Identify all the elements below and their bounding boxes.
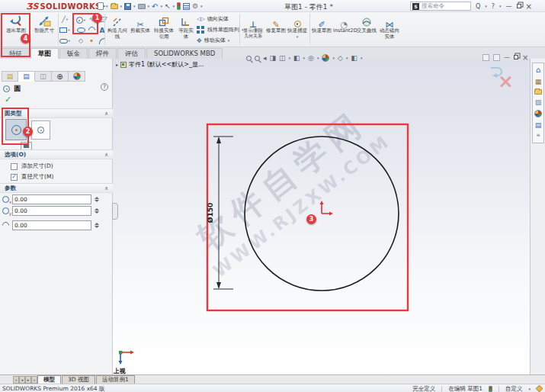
view-settings-icon[interactable]: ◧ (351, 54, 357, 62)
dynamic-mirror-button[interactable]: ⋈ 动态镜向实体 (378, 13, 401, 47)
previous-view-icon[interactable]: ◂ (263, 54, 267, 62)
zoom-to-fit-icon[interactable] (246, 56, 252, 61)
3d-views-tab[interactable]: 3D 视图 (62, 375, 95, 384)
instant2d-button[interactable]: ◔ Instant2D (333, 13, 355, 47)
search-magnifier-icon[interactable]: Q (476, 3, 480, 10)
minimize-button[interactable]: — (506, 3, 512, 10)
new-dropdown-icon[interactable]: ▾ (106, 4, 108, 8)
rectangle-tool[interactable]: ▾ (59, 25, 70, 35)
move-dropdown-icon[interactable]: ▾ (228, 38, 230, 43)
snaps-dropdown-icon[interactable]: ▾ (297, 34, 299, 39)
trim-entities-button[interactable]: ✂ 剪裁实体 (130, 13, 151, 47)
convert-entities-button[interactable]: 转换实体引用 (152, 13, 175, 47)
center-x-spinner[interactable] (95, 197, 99, 202)
rapid-sketch-button[interactable]: ✐ 快速草图 (312, 13, 332, 47)
prev-tab-icon[interactable]: ◂ (19, 376, 25, 384)
help-dropdown-icon[interactable]: ▾ (499, 4, 502, 8)
print-dropdown-icon[interactable]: ▾ (148, 4, 150, 8)
tab-scroll-left-icon[interactable] (482, 54, 489, 61)
line-tool[interactable]: ╱▾ (59, 14, 70, 24)
motion-study-tab[interactable]: 运动算例1 (96, 375, 135, 384)
linear-pattern-button[interactable]: 线性草图阵列 ▾ (197, 25, 244, 34)
quick-snaps-button[interactable]: 快速捕捉 ▾ (287, 13, 307, 47)
help-icon[interactable]: ? (492, 3, 495, 10)
new-document-icon[interactable] (98, 2, 104, 10)
tab-evaluate[interactable]: 评估 (117, 48, 146, 59)
dimension-value-label[interactable]: Ø150 (207, 198, 216, 228)
custom-properties-icon[interactable]: ▤ (535, 121, 542, 129)
orientation-dropdown-icon[interactable]: ▾ (289, 56, 291, 60)
center-x-input[interactable] (12, 194, 91, 204)
file-explorer-icon[interactable] (534, 89, 542, 95)
settings-gear-icon[interactable]: ⚙ (192, 2, 198, 10)
flyout-feature-tree[interactable]: ▸ 零件1 (默认<<默认>_显... (116, 60, 204, 69)
restore-button[interactable] (517, 4, 521, 8)
display-manager-tab[interactable] (69, 71, 85, 82)
close-button[interactable]: × (526, 2, 532, 11)
dimxpert-manager-tab[interactable]: ⊕ (52, 71, 69, 82)
feature-manager-tab[interactable]: ▤ (2, 71, 18, 82)
zoom-to-area-icon[interactable] (255, 56, 260, 61)
options-icon[interactable] (183, 3, 190, 10)
graphics-area[interactable]: 软件自学网 WWW.RJZXW.COM (113, 59, 530, 374)
hide-show-dropdown-icon[interactable]: ▾ (317, 56, 319, 60)
select-dropdown-icon[interactable]: ▾ (173, 4, 175, 8)
model-tab[interactable]: 模型 (37, 375, 61, 384)
move-entities-button[interactable]: ✥ 移动实体 ▾ (197, 36, 229, 45)
undo-dropdown-icon[interactable]: ▾ (160, 4, 162, 8)
perimeter-circle-type-button[interactable] (31, 120, 50, 140)
configuration-manager-tab[interactable]: ◫ (35, 71, 52, 82)
slot-tool[interactable]: ▾ (59, 36, 70, 46)
settings-dropdown-icon[interactable]: ▾ (200, 4, 203, 8)
command-search[interactable]: S 搜索命令 (410, 2, 471, 11)
intersection-curve-button[interactable]: 交叉曲线 (357, 13, 377, 47)
smart-dimension-button[interactable]: 智能尺寸 (32, 13, 56, 47)
diameter-dimension[interactable] (213, 137, 233, 289)
section-view-icon[interactable]: ◨ (270, 54, 277, 62)
mirror-entities-button[interactable]: ◁▷ 镜向实体 (197, 14, 229, 24)
appearance-dropdown-icon[interactable]: ▾ (332, 56, 335, 60)
property-manager-tab[interactable]: ▤ (18, 71, 35, 82)
print-icon[interactable] (138, 4, 146, 9)
units-label[interactable]: 自定义 (505, 385, 523, 392)
hide-show-items-icon[interactable]: ◎ (308, 54, 314, 62)
fillet-tool[interactable] (97, 36, 107, 46)
edit-appearance-icon[interactable] (322, 54, 329, 62)
last-tab-icon[interactable]: » (31, 376, 37, 384)
slot-dropdown-icon[interactable]: ▾ (69, 39, 70, 43)
radius-spinner[interactable] (95, 223, 99, 228)
ok-check-icon[interactable]: ✓ (5, 95, 11, 104)
parameters-section-header[interactable]: 参数 ∧ (0, 183, 113, 193)
radius-input[interactable] (12, 220, 91, 230)
collapse-icon[interactable]: ∧ (104, 152, 108, 158)
tab-scroll-right-icon[interactable] (493, 54, 500, 61)
diameter-dimension-option[interactable]: ✓ 直径尺寸(M) (11, 173, 53, 181)
rectangle-dropdown-icon[interactable]: ▾ (68, 28, 69, 32)
construction-geometry-button[interactable]: 构造几何线 (107, 13, 128, 47)
line-dropdown-icon[interactable]: ▾ (66, 18, 68, 21)
panel-splitter-handle[interactable] (112, 203, 118, 220)
next-tab-icon[interactable]: ▸ (25, 376, 31, 384)
doc-restore-button[interactable] (514, 55, 518, 59)
display-style-icon[interactable]: ◧ (293, 54, 300, 62)
rebuild-icon[interactable] (177, 2, 181, 10)
add-dimension-checkbox[interactable] (11, 163, 18, 170)
repair-sketch-button[interactable]: ✎ 修复草图 (266, 13, 286, 47)
search-input[interactable]: 搜索命令 (422, 2, 444, 10)
search-dropdown-icon[interactable]: ▾ (485, 4, 487, 8)
view-orientation-icon[interactable]: ◫ (279, 54, 286, 62)
collapse-icon[interactable]: ∧ (104, 185, 108, 191)
units-dropdown-icon[interactable]: ▾ (528, 387, 531, 391)
tab-sketch[interactable]: 草图 (30, 48, 59, 59)
tree-expand-icon[interactable]: ▸ (116, 62, 118, 67)
display-relations-button[interactable]: ⊥ 显示/删除几何关系 (242, 13, 264, 47)
tab-sheet-metal[interactable]: 钣金 (59, 48, 88, 59)
save-dropdown-icon[interactable]: ▾ (133, 4, 136, 8)
home-icon[interactable]: ⌂ (536, 66, 540, 74)
apply-scene-icon[interactable]: ◇ (338, 54, 343, 62)
polygon-tool[interactable]: ◇ (75, 36, 86, 46)
appearances-icon[interactable] (534, 110, 542, 117)
text-tool[interactable]: A (97, 25, 107, 35)
collapse-icon[interactable]: ∧ (104, 111, 108, 117)
scene-dropdown-icon[interactable]: ▾ (346, 56, 348, 60)
